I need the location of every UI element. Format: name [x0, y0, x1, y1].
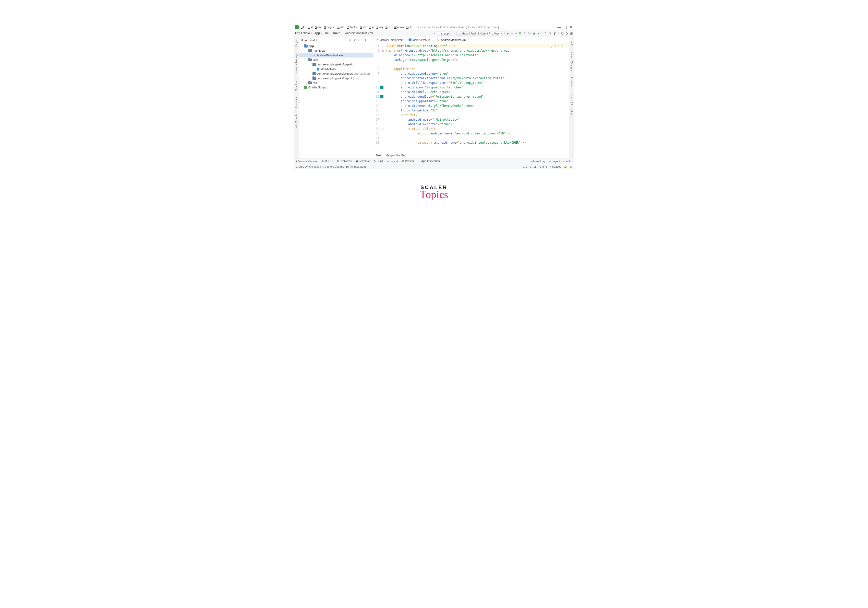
back-arrow-icon[interactable]: ↖: [433, 32, 436, 35]
run-config-selector[interactable]: ▲ app ▼: [438, 31, 454, 36]
code-area[interactable]: 12345678910111213141516171819202122 −−−−…: [373, 43, 569, 152]
menu-tools[interactable]: Tools: [376, 26, 383, 29]
inspection-widget[interactable]: ⌄ 1 ˄ ˅: [551, 44, 563, 49]
tree-item[interactable]: ›res: [299, 81, 373, 85]
tree-item[interactable]: ˅com.example.geeksforgeek: [299, 62, 373, 67]
left-sidebar: ProjectResource ManagerStructureFavorite…: [294, 37, 299, 158]
menu-view[interactable]: View: [315, 26, 321, 29]
breadcrumb[interactable]: GfgArticle〉app〉src〉main〉AndroidManifest.…: [295, 31, 373, 36]
attach-icon[interactable]: ⬚: [523, 32, 526, 35]
tree-item[interactable]: ⬘AndroidManifest.xml: [299, 53, 373, 58]
logo-line2: Topics: [0, 188, 868, 201]
bottom-tool-app-inspection[interactable]: ☰ App Inspection: [418, 160, 440, 163]
target-icon[interactable]: ⊕: [349, 38, 352, 42]
sidebar-item-project[interactable]: Project: [295, 39, 298, 47]
crumb-1[interactable]: app: [315, 31, 320, 35]
subtab-text[interactable]: Text: [376, 154, 381, 157]
titlebar: FileEditViewNavigateCodeRefactorBuildRun…: [294, 24, 574, 30]
tab-activity_main.xml[interactable]: ⬘activity_main.xml×: [374, 37, 406, 43]
device-selector[interactable]: □ Xiaomi Redmi Note 9 Pro Max ▼: [456, 31, 505, 36]
menu-edit[interactable]: Edit: [308, 26, 313, 29]
bottom-tool-event-log[interactable]: ○ Event Log: [530, 160, 545, 163]
avd-icon[interactable]: ◧: [553, 32, 556, 35]
sidebar-item-device-file-explorer[interactable]: Device File Explorer: [570, 93, 573, 116]
sidebar-item-gradle[interactable]: Gradle: [570, 39, 573, 46]
tree-item[interactable]: ›Gradle Scripts: [299, 85, 373, 90]
git-icon[interactable]: ⇅: [544, 32, 547, 35]
line-sep[interactable]: CRLF: [530, 165, 537, 168]
maximize-icon[interactable]: ▢: [563, 25, 567, 30]
sidebar-item-favorites[interactable]: Favorites: [295, 97, 298, 107]
sidebar-item-emulator[interactable]: Emulator: [570, 77, 573, 87]
sidebar-item-resource-manager[interactable]: Resource Manager: [295, 53, 298, 75]
tree-item[interactable]: ›com.example.geeksforgeek (androidTest): [299, 71, 373, 76]
crumb-0[interactable]: GfgArticle: [295, 31, 310, 35]
indent[interactable]: 4 spaces: [550, 165, 561, 168]
menu-file[interactable]: File: [301, 26, 305, 29]
menu-run[interactable]: Run: [369, 26, 374, 29]
expand-icon[interactable]: ⇵: [353, 38, 356, 42]
tab-AndroidManifest.xml[interactable]: ⬘AndroidManifest.xml×: [435, 37, 471, 43]
warning-count: 1: [554, 44, 556, 49]
crumb-2[interactable]: src: [324, 31, 329, 35]
collapse-icon[interactable]: ÷: [358, 38, 360, 42]
sidebar-item-structure[interactable]: Structure: [295, 81, 298, 91]
update-icon[interactable]: ⟳: [549, 32, 552, 35]
menu-build[interactable]: Build: [360, 26, 366, 29]
stop2-icon[interactable]: ■: [537, 32, 539, 35]
tree-selector-label: Android: [305, 39, 315, 42]
tree-item[interactable]: ˅manifests: [299, 48, 373, 53]
sidebar-item-build-variants[interactable]: Build Variants: [295, 114, 298, 129]
bottom-tool-problems[interactable]: ⊘ Problems: [337, 160, 352, 163]
stop-icon[interactable]: ◉: [533, 32, 535, 35]
app-icon: [295, 25, 299, 29]
tree-item[interactable]: MainActivity: [299, 67, 373, 71]
editor-subtabs: TextMerged Manifest: [373, 152, 569, 158]
bottom-tool-terminal[interactable]: ▣ Terminal: [356, 160, 369, 163]
crumb-4[interactable]: AndroidManifest.xml: [345, 31, 373, 35]
brand-logo: SCALER Topics: [0, 185, 868, 201]
check-icon: ⌄: [551, 44, 552, 49]
up-icon[interactable]: ˄: [558, 44, 560, 49]
coverage-icon[interactable]: ≡: [515, 32, 517, 35]
menu-code[interactable]: Code: [338, 26, 344, 29]
menu-navigate[interactable]: Navigate: [324, 26, 335, 29]
minimize-icon[interactable]: —: [557, 25, 561, 30]
settings-icon[interactable]: ✿: [566, 32, 568, 35]
subtab-merged-manifest[interactable]: Merged Manifest: [386, 154, 406, 157]
bottom-tool-logcat[interactable]: ≡ Logcat: [387, 160, 398, 163]
close-icon[interactable]: ✕: [570, 25, 573, 30]
panel-icon[interactable]: ▣: [570, 32, 573, 35]
tree-item[interactable]: ›com.example.geeksforgeek (test): [299, 76, 373, 81]
bottom-tool-profiler[interactable]: ⟳ Profiler: [402, 160, 414, 163]
gear-icon[interactable]: ✿: [364, 38, 367, 42]
right-sidebar: GradleDevice ManagerEmulatorDevice File …: [569, 37, 574, 158]
menu-help[interactable]: Help: [406, 26, 412, 29]
caret-pos[interactable]: 1:1: [523, 165, 527, 168]
sync-icon[interactable]: ↻: [528, 32, 531, 35]
memory-icon[interactable]: ▧: [570, 165, 572, 168]
bottom-tool-todo[interactable]: ≣ TODO: [321, 160, 332, 163]
tree-header[interactable]: Android ▼ ⊕ ⇵ ÷ | ✿ —: [299, 37, 373, 43]
encoding[interactable]: UTF-8: [539, 165, 547, 168]
hide-icon[interactable]: —: [369, 38, 372, 42]
bottom-tool-layout-inspector[interactable]: ○ Layout Inspector: [549, 160, 572, 163]
menu-vcs[interactable]: VCS: [386, 26, 391, 29]
bottom-tool-version-control[interactable]: ⎘ Version Control: [296, 160, 317, 163]
search-icon[interactable]: Q: [561, 32, 563, 35]
bottom-tool-build[interactable]: ↖ Build: [374, 160, 383, 163]
down-icon[interactable]: ˅: [562, 44, 563, 49]
debug-icon[interactable]: ⟐: [511, 32, 513, 35]
run-icon[interactable]: ▶: [507, 32, 509, 35]
device-icon: □: [459, 32, 460, 35]
readonly-icon[interactable]: 🔓: [564, 165, 567, 168]
profile-icon[interactable]: ✪: [519, 32, 521, 35]
crumb-3[interactable]: main: [333, 31, 340, 35]
editor-tabs: ⬘activity_main.xml×MainActivity.kt×⬘Andr…: [373, 37, 569, 43]
tree-item[interactable]: ˅java: [299, 58, 373, 62]
sidebar-item-device-manager[interactable]: Device Manager: [570, 52, 573, 71]
menu-refactor[interactable]: Refactor: [347, 26, 357, 29]
tab-MainActivity.kt[interactable]: MainActivity.kt×: [406, 37, 435, 43]
menu-window[interactable]: Window: [394, 26, 404, 29]
tree-item[interactable]: ˅app: [299, 44, 373, 48]
